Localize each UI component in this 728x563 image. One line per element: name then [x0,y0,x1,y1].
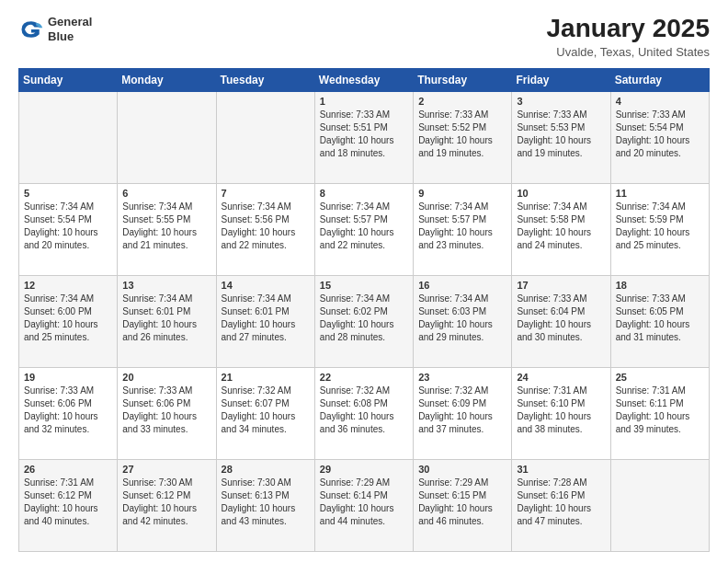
calendar-cell: 1Sunrise: 7:33 AM Sunset: 5:51 PM Daylig… [314,91,413,183]
calendar-table: SundayMondayTuesdayWednesdayThursdayFrid… [18,68,710,552]
calendar-day-header: Thursday [414,68,512,91]
calendar-cell [19,91,118,183]
day-number: 2 [418,96,506,107]
logo-icon [18,17,44,42]
title-area: January 2025 Uvalde, Texas, United State… [547,15,710,59]
subtitle: Uvalde, Texas, United States [547,45,710,59]
calendar-cell: 29Sunrise: 7:29 AM Sunset: 6:14 PM Dayli… [314,459,413,551]
calendar-cell: 8Sunrise: 7:34 AM Sunset: 5:57 PM Daylig… [314,183,413,275]
day-info: Sunrise: 7:31 AM Sunset: 6:12 PM Dayligh… [24,477,112,528]
day-info: Sunrise: 7:33 AM Sunset: 5:52 PM Dayligh… [418,109,506,160]
calendar-cell: 18Sunrise: 7:33 AM Sunset: 6:05 PM Dayli… [610,275,709,367]
calendar-cell: 24Sunrise: 7:31 AM Sunset: 6:10 PM Dayli… [512,367,610,459]
day-info: Sunrise: 7:33 AM Sunset: 6:06 PM Dayligh… [122,385,210,436]
day-number: 21 [222,372,310,383]
calendar-cell: 22Sunrise: 7:32 AM Sunset: 6:08 PM Dayli… [314,367,413,459]
day-number: 26 [24,464,112,475]
day-number: 15 [320,280,408,291]
day-number: 8 [320,188,408,199]
calendar-cell: 13Sunrise: 7:34 AM Sunset: 6:01 PM Dayli… [118,275,216,367]
calendar-day-header: Saturday [610,68,709,91]
calendar-cell: 7Sunrise: 7:34 AM Sunset: 5:56 PM Daylig… [216,183,314,275]
day-number: 12 [24,280,112,291]
calendar-week-row: 1Sunrise: 7:33 AM Sunset: 5:51 PM Daylig… [19,91,710,183]
calendar-cell: 16Sunrise: 7:34 AM Sunset: 6:03 PM Dayli… [414,275,512,367]
calendar-cell: 19Sunrise: 7:33 AM Sunset: 6:06 PM Dayli… [19,367,118,459]
calendar-header-row: SundayMondayTuesdayWednesdayThursdayFrid… [19,68,710,91]
day-number: 22 [320,372,408,383]
day-number: 20 [122,372,210,383]
day-number: 31 [517,464,605,475]
day-number: 1 [320,96,408,107]
day-info: Sunrise: 7:34 AM Sunset: 6:02 PM Dayligh… [320,293,408,344]
day-info: Sunrise: 7:31 AM Sunset: 6:11 PM Dayligh… [616,385,704,436]
day-number: 23 [418,372,506,383]
calendar-cell: 31Sunrise: 7:28 AM Sunset: 6:16 PM Dayli… [512,459,610,551]
calendar-cell: 30Sunrise: 7:29 AM Sunset: 6:15 PM Dayli… [414,459,512,551]
day-info: Sunrise: 7:34 AM Sunset: 6:00 PM Dayligh… [24,293,112,344]
day-info: Sunrise: 7:33 AM Sunset: 5:54 PM Dayligh… [616,109,704,160]
day-info: Sunrise: 7:33 AM Sunset: 6:05 PM Dayligh… [616,293,704,344]
day-number: 14 [222,280,310,291]
day-info: Sunrise: 7:34 AM Sunset: 5:58 PM Dayligh… [517,201,605,252]
day-number: 18 [616,280,704,291]
day-number: 6 [122,188,210,199]
day-number: 17 [517,280,605,291]
day-info: Sunrise: 7:33 AM Sunset: 5:51 PM Dayligh… [320,109,408,160]
calendar-cell: 20Sunrise: 7:33 AM Sunset: 6:06 PM Dayli… [118,367,216,459]
day-number: 9 [418,188,506,199]
calendar-cell: 4Sunrise: 7:33 AM Sunset: 5:54 PM Daylig… [610,91,709,183]
day-info: Sunrise: 7:34 AM Sunset: 5:57 PM Dayligh… [320,201,408,252]
day-info: Sunrise: 7:31 AM Sunset: 6:10 PM Dayligh… [517,385,605,436]
day-number: 29 [320,464,408,475]
day-number: 7 [222,188,310,199]
day-info: Sunrise: 7:34 AM Sunset: 5:59 PM Dayligh… [616,201,704,252]
day-number: 4 [616,96,704,107]
calendar-cell: 9Sunrise: 7:34 AM Sunset: 5:57 PM Daylig… [414,183,512,275]
calendar-week-row: 19Sunrise: 7:33 AM Sunset: 6:06 PM Dayli… [19,367,710,459]
calendar-cell: 25Sunrise: 7:31 AM Sunset: 6:11 PM Dayli… [610,367,709,459]
day-info: Sunrise: 7:33 AM Sunset: 6:06 PM Dayligh… [24,385,112,436]
calendar-day-header: Friday [512,68,610,91]
day-info: Sunrise: 7:28 AM Sunset: 6:16 PM Dayligh… [517,477,605,528]
calendar-cell: 21Sunrise: 7:32 AM Sunset: 6:07 PM Dayli… [216,367,314,459]
day-number: 28 [222,464,310,475]
logo: General Blue [18,15,92,43]
calendar-cell: 27Sunrise: 7:30 AM Sunset: 6:12 PM Dayli… [118,459,216,551]
calendar-week-row: 12Sunrise: 7:34 AM Sunset: 6:00 PM Dayli… [19,275,710,367]
calendar-cell: 6Sunrise: 7:34 AM Sunset: 5:55 PM Daylig… [118,183,216,275]
day-info: Sunrise: 7:34 AM Sunset: 5:56 PM Dayligh… [222,201,310,252]
calendar-cell: 15Sunrise: 7:34 AM Sunset: 6:02 PM Dayli… [314,275,413,367]
day-info: Sunrise: 7:30 AM Sunset: 6:12 PM Dayligh… [122,477,210,528]
calendar-day-header: Wednesday [314,68,413,91]
calendar-week-row: 5Sunrise: 7:34 AM Sunset: 5:54 PM Daylig… [19,183,710,275]
calendar-cell: 26Sunrise: 7:31 AM Sunset: 6:12 PM Dayli… [19,459,118,551]
day-number: 24 [517,372,605,383]
day-info: Sunrise: 7:34 AM Sunset: 5:54 PM Dayligh… [24,201,112,252]
main-title: January 2025 [547,15,710,43]
calendar-cell: 3Sunrise: 7:33 AM Sunset: 5:53 PM Daylig… [512,91,610,183]
day-info: Sunrise: 7:32 AM Sunset: 6:09 PM Dayligh… [418,385,506,436]
calendar-cell [118,91,216,183]
day-info: Sunrise: 7:29 AM Sunset: 6:14 PM Dayligh… [320,477,408,528]
day-info: Sunrise: 7:34 AM Sunset: 6:03 PM Dayligh… [418,293,506,344]
day-number: 16 [418,280,506,291]
calendar-cell [610,459,709,551]
day-number: 11 [616,188,704,199]
day-info: Sunrise: 7:33 AM Sunset: 5:53 PM Dayligh… [517,109,605,160]
calendar-cell: 23Sunrise: 7:32 AM Sunset: 6:09 PM Dayli… [414,367,512,459]
calendar-week-row: 26Sunrise: 7:31 AM Sunset: 6:12 PM Dayli… [19,459,710,551]
day-info: Sunrise: 7:29 AM Sunset: 6:15 PM Dayligh… [418,477,506,528]
calendar-day-header: Monday [118,68,216,91]
calendar-day-header: Tuesday [216,68,314,91]
day-number: 10 [517,188,605,199]
calendar-cell: 12Sunrise: 7:34 AM Sunset: 6:00 PM Dayli… [19,275,118,367]
day-info: Sunrise: 7:30 AM Sunset: 6:13 PM Dayligh… [222,477,310,528]
day-number: 27 [122,464,210,475]
day-number: 3 [517,96,605,107]
header: General Blue January 2025 Uvalde, Texas,… [18,15,710,59]
day-info: Sunrise: 7:34 AM Sunset: 5:55 PM Dayligh… [122,201,210,252]
day-number: 30 [418,464,506,475]
calendar-cell: 11Sunrise: 7:34 AM Sunset: 5:59 PM Dayli… [610,183,709,275]
calendar-cell: 10Sunrise: 7:34 AM Sunset: 5:58 PM Dayli… [512,183,610,275]
